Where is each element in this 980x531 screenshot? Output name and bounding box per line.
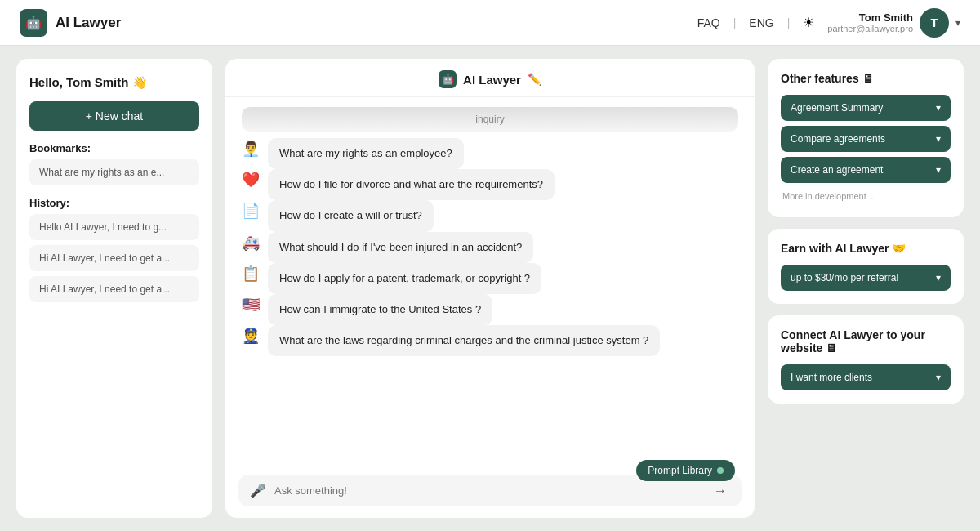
messages-container: 👨‍💼 What are my rights as an employee? ❤… xyxy=(242,138,738,356)
bookmark-item[interactable]: What are my rights as an e... xyxy=(29,159,199,185)
message-bubble: How do I file for divorce and what are t… xyxy=(268,169,555,200)
user-info: Tom Smith partner@ailawyer.pro T ▾ xyxy=(827,8,960,38)
chat-message[interactable]: 🇺🇸 How can I immigrate to the United Sta… xyxy=(242,294,738,325)
chat-message[interactable]: 👮 What are the laws regarding criminal c… xyxy=(242,325,738,356)
history-item[interactable]: Hi AI Lawyer, I need to get a... xyxy=(29,276,199,302)
history-item[interactable]: Hi AI Lawyer, I need to get a... xyxy=(29,245,199,271)
message-bubble: How do I apply for a patent, trademark, … xyxy=(268,263,541,294)
other-features-card: Other features 🖥 Agreement Summary ▾ Com… xyxy=(768,59,964,217)
left-panel: Hello, Tom Smith 👋 + New chat Bookmarks:… xyxy=(16,59,212,518)
header-left: 🤖 AI Lawyer xyxy=(20,9,121,37)
header-right: FAQ | ENG | ☀ Tom Smith partner@ailawyer… xyxy=(697,8,960,38)
chevron-down-icon: ▾ xyxy=(936,372,941,383)
referral-button[interactable]: up to $30/mo per referral ▾ xyxy=(781,265,951,291)
message-bubble: How can I immigrate to the United States… xyxy=(268,294,492,325)
message-bubble: What should I do if I've been injured in… xyxy=(268,232,533,263)
chevron-down-icon: ▾ xyxy=(936,272,941,283)
avatar[interactable]: T xyxy=(920,8,949,38)
new-chat-button[interactable]: + New chat xyxy=(29,101,199,131)
earn-title: Earn with AI Lawyer 🤝 xyxy=(781,242,951,255)
chevron-down-icon: ▾ xyxy=(936,164,941,176)
connect-title: Connect AI Lawyer to your website 🖥 xyxy=(781,328,951,355)
partial-chat-header: inquiry xyxy=(242,107,738,132)
user-email: partner@ailawyer.pro xyxy=(827,24,913,33)
chevron-down-icon: ▾ xyxy=(936,133,941,145)
message-bubble: How do I create a will or trust? xyxy=(268,200,434,231)
theme-toggle-icon[interactable]: ☀ xyxy=(803,15,814,30)
chevron-down-icon[interactable]: ▾ xyxy=(956,17,960,29)
chat-header: 🤖 AI Lawyer ✏️ xyxy=(225,59,755,97)
app-title: AI Lawyer xyxy=(56,15,121,31)
chat-input[interactable] xyxy=(274,484,702,497)
chat-messages: inquiry 👨‍💼 What are my rights as an emp… xyxy=(225,97,755,466)
header: 🤖 AI Lawyer FAQ | ENG | ☀ Tom Smith part… xyxy=(0,0,980,46)
dev-text: More in development ... xyxy=(781,188,951,204)
send-button[interactable]: → xyxy=(710,484,730,498)
greeting: Hello, Tom Smith 👋 xyxy=(29,75,199,90)
faq-link[interactable]: FAQ xyxy=(697,16,720,29)
prompt-library-label: Prompt Library xyxy=(648,465,712,476)
message-bubble: What are my rights as an employee? xyxy=(268,138,464,169)
logo-icon: 🤖 xyxy=(20,9,47,37)
prompt-library-dot xyxy=(717,467,724,474)
message-emoji: ❤️ xyxy=(242,171,260,189)
main-content: Hello, Tom Smith 👋 + New chat Bookmarks:… xyxy=(0,46,980,531)
mic-icon[interactable]: 🎤 xyxy=(250,483,266,498)
chat-message[interactable]: 📄 How do I create a will or trust? xyxy=(242,200,738,231)
earn-card: Earn with AI Lawyer 🤝 up to $30/mo per r… xyxy=(768,229,964,304)
edit-icon[interactable]: ✏️ xyxy=(528,73,541,86)
message-emoji: 👨‍💼 xyxy=(242,140,260,158)
language-selector[interactable]: ENG xyxy=(749,16,773,29)
agreement-summary-button[interactable]: Agreement Summary ▾ xyxy=(781,95,951,121)
create-agreement-button[interactable]: Create an agreement ▾ xyxy=(781,157,951,183)
connect-card: Connect AI Lawyer to your website 🖥 I wa… xyxy=(768,315,964,404)
right-panel: Other features 🖥 Agreement Summary ▾ Com… xyxy=(768,59,964,518)
center-panel: 🤖 AI Lawyer ✏️ inquiry 👨‍💼 What are my r… xyxy=(225,59,755,518)
history-list: Hello AI Lawyer, I need to g... Hi AI La… xyxy=(29,214,199,302)
bookmarks-section: Bookmarks: What are my rights as an e... xyxy=(29,142,199,185)
chat-title: AI Lawyer xyxy=(463,73,521,87)
message-bubble: What are the laws regarding criminal cha… xyxy=(268,325,660,356)
prompt-library-button[interactable]: Prompt Library xyxy=(636,460,735,481)
message-emoji: 👮 xyxy=(242,327,260,345)
user-details: Tom Smith partner@ailawyer.pro xyxy=(827,11,913,33)
bookmarks-label: Bookmarks: xyxy=(29,142,199,154)
history-section: History: Hello AI Lawyer, I need to g...… xyxy=(29,197,199,302)
history-label: History: xyxy=(29,197,199,209)
compare-agreements-button[interactable]: Compare agreements ▾ xyxy=(781,126,951,152)
chat-message[interactable]: 👨‍💼 What are my rights as an employee? xyxy=(242,138,738,169)
chevron-down-icon: ▾ xyxy=(936,102,941,114)
chat-message[interactable]: ❤️ How do I file for divorce and what ar… xyxy=(242,169,738,200)
message-emoji: 📄 xyxy=(242,202,260,220)
message-emoji: 🇺🇸 xyxy=(242,296,260,314)
divider-1: | xyxy=(733,16,737,29)
other-features-title: Other features 🖥 xyxy=(781,72,951,85)
user-name: Tom Smith xyxy=(827,11,913,24)
chat-message[interactable]: 🚑 What should I do if I've been injured … xyxy=(242,232,738,263)
more-clients-button[interactable]: I want more clients ▾ xyxy=(781,364,951,390)
chat-message[interactable]: 📋 How do I apply for a patent, trademark… xyxy=(242,263,738,294)
message-emoji: 🚑 xyxy=(242,234,260,252)
chat-title-icon: 🤖 xyxy=(439,70,457,88)
message-emoji: 📋 xyxy=(242,265,260,283)
history-item[interactable]: Hello AI Lawyer, I need to g... xyxy=(29,214,199,240)
divider-2: | xyxy=(787,16,791,29)
chat-input-area: Prompt Library 🎤 → xyxy=(225,466,755,518)
